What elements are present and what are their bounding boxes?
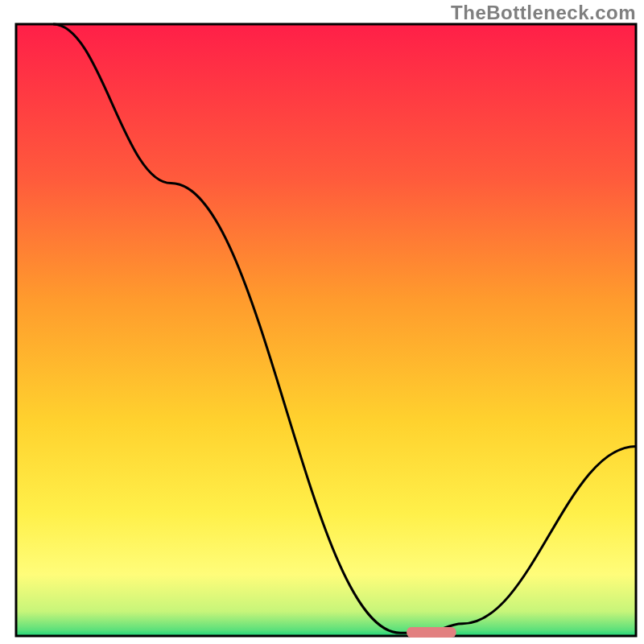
chart-container: TheBottleneck.com [0,0,644,644]
watermark-text: TheBottleneck.com [451,2,636,24]
bottleneck-chart [0,0,644,644]
minimum-marker [407,627,456,638]
